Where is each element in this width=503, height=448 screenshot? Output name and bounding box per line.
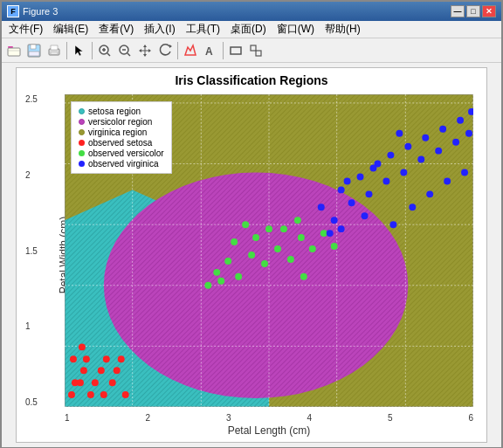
virginica-dot — [357, 173, 364, 180]
setosa-dot — [79, 343, 86, 350]
pointer-button[interactable] — [70, 41, 89, 60]
save-button[interactable] — [24, 41, 44, 60]
minimize-button[interactable]: — — [451, 5, 465, 17]
y-axis-ticks: 2.5 2 1.5 1 0.5 — [25, 94, 38, 407]
menu-edit[interactable]: 编辑(E) — [48, 21, 93, 38]
maximize-button[interactable]: □ — [466, 5, 480, 17]
svg-rect-3 — [31, 45, 36, 49]
virginica-dot — [348, 199, 355, 206]
virginica-dot — [435, 148, 442, 155]
setosa-dot — [122, 391, 129, 398]
zoom-in-button[interactable] — [95, 41, 114, 60]
menu-desktop[interactable]: 桌面(D) — [225, 21, 272, 38]
setosa-dot — [92, 379, 99, 386]
obs-virginica-color — [79, 161, 85, 167]
svg-rect-1 — [8, 48, 20, 56]
virginica-dot — [400, 169, 407, 176]
virginica-dot — [338, 225, 345, 232]
versicolor-dot — [287, 256, 294, 263]
toolbar-sep-2 — [92, 42, 93, 59]
zoom-out-button[interactable] — [115, 41, 134, 60]
open-button[interactable] — [4, 41, 24, 60]
draw-button[interactable] — [181, 41, 200, 60]
versicolor-dot — [298, 234, 305, 241]
svg-rect-6 — [51, 45, 58, 50]
virginica-dot — [444, 177, 451, 184]
virginica-dot — [465, 130, 472, 137]
legend-virginica-region: virginica region — [79, 128, 164, 137]
virginica-dot — [389, 221, 396, 228]
chart-title: Iris Classification Regions — [17, 73, 486, 87]
menu-tools[interactable]: 工具(T) — [181, 21, 225, 38]
x-axis-ticks: 1 2 3 4 5 6 — [65, 413, 473, 423]
versicolor-dot — [300, 273, 307, 280]
versicolor-dot — [294, 217, 301, 224]
legend-versicolor-region-label: versicolor region — [88, 117, 152, 127]
title-bar-controls: — □ ✕ — [451, 5, 496, 17]
setosa-dot — [68, 391, 75, 398]
setosa-dot — [98, 367, 105, 374]
virginica-dot — [362, 212, 369, 219]
versicolor-dot — [213, 269, 220, 276]
virginica-dot — [417, 156, 424, 163]
setosa-dot — [100, 391, 107, 398]
pan-button[interactable] — [135, 41, 155, 60]
versicolor-dot — [331, 243, 338, 250]
title-bar: F Figure 3 — □ ✕ — [2, 2, 501, 21]
setosa-dot — [70, 355, 77, 362]
window-icon: F — [7, 5, 19, 17]
setosa-dot — [83, 355, 90, 362]
menu-help[interactable]: 帮助(H) — [320, 21, 366, 38]
close-button[interactable]: ✕ — [482, 5, 496, 17]
svg-text:A: A — [205, 45, 213, 58]
insert-text-button[interactable]: A — [201, 41, 220, 60]
versicolor-dot — [224, 258, 231, 265]
svg-line-14 — [127, 53, 130, 56]
menu-window[interactable]: 窗口(W) — [272, 21, 320, 38]
rotate-button[interactable] — [155, 41, 175, 60]
versicolor-dot — [265, 225, 272, 232]
virginica-dot — [382, 177, 389, 184]
virginica-dot — [344, 177, 351, 184]
menu-insert[interactable]: 插入(I) — [139, 21, 180, 38]
shape-button[interactable] — [246, 41, 265, 60]
y-tick-15: 1.5 — [25, 246, 38, 256]
versicolor-dot — [248, 252, 255, 258]
toolbar: A — [2, 38, 501, 63]
menubar: 文件(F) 编辑(E) 查看(V) 插入(I) 工具(T) 桌面(D) 窗口(W… — [2, 21, 501, 38]
versicolor-dot — [309, 245, 316, 252]
rect-button[interactable] — [226, 41, 245, 60]
virginica-dot — [409, 203, 416, 210]
virginica-dot — [318, 203, 325, 210]
chart-legend: setosa region versicolor region virginic… — [71, 101, 172, 174]
svg-rect-19 — [256, 51, 261, 56]
legend-obs-setosa-label: observed setosa — [88, 138, 152, 148]
virginica-region-color — [79, 129, 85, 135]
menu-view[interactable]: 查看(V) — [93, 21, 139, 38]
virginica-dot — [396, 130, 403, 137]
legend-obs-versicolor: observed versicolor — [79, 148, 164, 158]
versicolor-dot — [204, 282, 211, 289]
virginica-dot — [439, 126, 446, 133]
virginica-dot — [457, 117, 464, 124]
setosa-dot — [80, 367, 87, 374]
virginica-dot — [404, 143, 411, 150]
y-tick-05: 0.5 — [25, 397, 38, 407]
virginica-dot — [452, 139, 459, 146]
virginica-dot — [461, 169, 468, 176]
legend-obs-virginica-label: observed virginica — [88, 159, 159, 169]
versicolor-dot — [252, 234, 259, 241]
virginica-dot — [327, 230, 334, 237]
print-button[interactable] — [45, 41, 64, 60]
versicolor-dot — [320, 230, 327, 237]
setosa-dot — [87, 391, 94, 398]
virginica-dot — [422, 134, 429, 141]
legend-setosa-region-label: setosa region — [88, 107, 141, 116]
y-tick-2: 2 — [25, 170, 38, 180]
legend-setosa-region: setosa region — [79, 107, 164, 116]
virginica-dot — [370, 165, 377, 172]
versicolor-dot — [217, 278, 224, 285]
menu-file[interactable]: 文件(F) — [3, 21, 48, 38]
plot-area: Iris Classification Regions Petal Width … — [2, 63, 501, 447]
svg-line-11 — [107, 53, 110, 56]
